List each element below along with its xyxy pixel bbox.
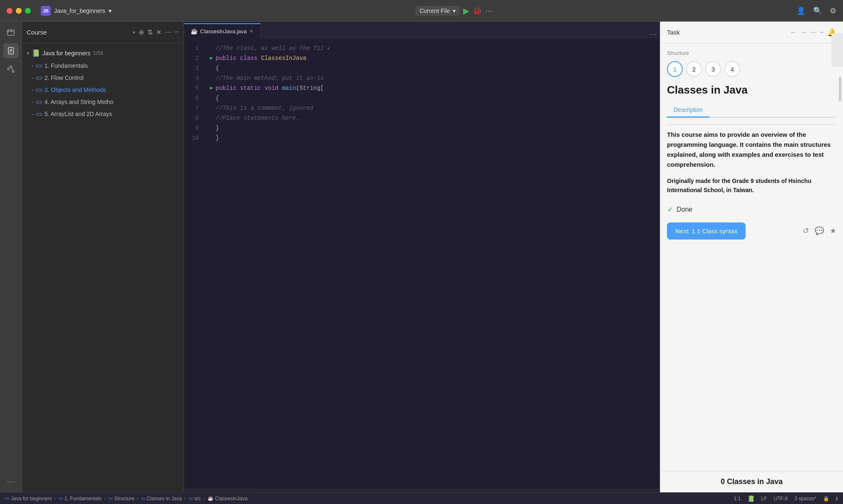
activity-files-icon[interactable] — [3, 43, 18, 58]
editor-tabs-right: ⋯ — [260, 30, 660, 38]
app-name: Java_for_beginners — [54, 7, 105, 14]
status-lock-icon[interactable]: 🔒 — [823, 496, 829, 502]
activity-graph-icon[interactable] — [3, 62, 18, 77]
svg-rect-0 — [7, 30, 14, 35]
current-file-label: Current File — [419, 7, 450, 14]
search-icon[interactable]: 🔍 — [813, 6, 822, 15]
activity-more-icon[interactable]: ⋯ — [3, 474, 18, 489]
updown-icon[interactable]: ⇅ — [147, 28, 153, 36]
task-panel-collapse-btn[interactable]: · — [831, 33, 843, 67]
comment-icon[interactable]: 💬 — [815, 226, 824, 235]
task-tab-description[interactable]: Description — [667, 103, 709, 118]
refresh-icon[interactable]: ↺ — [803, 226, 809, 235]
close-icon[interactable]: ✕ — [156, 28, 161, 36]
folder-icon: ▭ — [36, 98, 42, 106]
done-check-icon: ✓ — [667, 205, 673, 214]
code-line-9: } — [204, 123, 660, 133]
task-nav-icons: ← → ⋯ − — [790, 28, 824, 36]
run-icon[interactable]: ▶ — [463, 6, 469, 16]
editor-tab-classesjava[interactable]: ☕ ClassesInJava.java ✕ — [184, 23, 260, 38]
settings-icon[interactable]: ⚙ — [830, 6, 836, 15]
breadcrumb-folder-icon: ▭ — [108, 496, 112, 501]
sidebar-item-arraylist[interactable]: › ▭ 5. ArrayList and 2D Arrays — [22, 108, 183, 120]
more-icon[interactable]: ⋯ — [165, 28, 171, 36]
folder-icon: ▭ — [36, 74, 42, 82]
status-info-icon[interactable]: ℹ — [836, 496, 838, 502]
task-footer-actions: ↺ 💬 ★ — [803, 226, 836, 235]
task-tabs: Description — [667, 103, 836, 118]
tree-root-item[interactable]: ▾ 📗 Java for beginners 1/56 — [22, 47, 183, 59]
breadcrumb-folder-icon: ▭ — [5, 496, 9, 501]
chevron-right-icon: › — [32, 99, 33, 104]
breadcrumb-structure[interactable]: Structure — [114, 496, 134, 502]
breadcrumb-src[interactable]: src — [194, 496, 201, 502]
tree-root-label: Java for beginners — [42, 50, 90, 57]
run-button-line2[interactable]: ▶ — [207, 53, 216, 63]
folder-icon: ▭ — [36, 62, 42, 69]
editor-content: 1 2 3 4 5 6 7 8 9 10 //The class, as wel… — [184, 38, 660, 489]
activity-bar-bottom: ⋯ — [3, 474, 18, 489]
sidebar-item-fundamentals[interactable]: › ▭ 1. Fundamentals — [22, 59, 183, 72]
more-options-icon[interactable]: ⋯ — [485, 6, 493, 15]
svg-line-9 — [12, 67, 12, 71]
editor-horizontal-scrollbar[interactable] — [184, 489, 660, 492]
minimize-button[interactable] — [16, 8, 22, 14]
scroll-indicator[interactable] — [839, 77, 841, 101]
tab-close-icon[interactable]: ✕ — [249, 28, 253, 34]
status-lf[interactable]: LF — [761, 496, 767, 502]
breadcrumb-fundamentals[interactable]: 1. Fundamentals — [64, 496, 102, 502]
task-pill-3[interactable]: 3 — [705, 61, 721, 77]
title-bar: JB Java_for_beginners ▾ Current File ▾ ▶… — [0, 0, 843, 22]
breadcrumb-java-for-beginners[interactable]: Java for beginners — [11, 496, 52, 502]
task-panel-more-icon[interactable]: ⋯ — [810, 28, 817, 36]
app-label: JB Java_for_beginners ▾ — [41, 6, 112, 16]
sidebar-header-icons: ⊕ ⇅ ✕ ⋯ − — [139, 28, 179, 36]
tab-options-icon[interactable]: ⋯ — [647, 30, 660, 38]
tab-filename: ClassesInJava.java — [200, 28, 247, 35]
course-tree: ▾ 📗 Java for beginners 1/56 › ▭ 1. Funda… — [22, 43, 183, 492]
app-icon: JB — [41, 6, 51, 16]
close-button[interactable] — [7, 8, 12, 14]
task-pill-4[interactable]: 4 — [724, 61, 740, 77]
tree-root-badge: 1/56 — [93, 50, 103, 56]
task-panel-minimize-icon[interactable]: − — [820, 29, 824, 36]
profile-icon[interactable]: 👤 — [796, 6, 806, 15]
sidebar-item-label: 4. Arrays and String Metho — [45, 99, 114, 105]
activity-folder-icon[interactable] — [3, 25, 18, 40]
code-editor[interactable]: //The class, as well as the fil✓ ▶ publi… — [204, 38, 660, 489]
task-pill-1[interactable]: 1 — [667, 61, 683, 77]
structure-label: Structure — [667, 50, 836, 56]
task-bottom-row: Next: 1.1 Class syntax ↺ 💬 ★ — [667, 222, 836, 240]
add-icon[interactable]: ⊕ — [139, 28, 144, 36]
task-pill-2[interactable]: 2 — [686, 61, 702, 77]
app-dropdown-icon[interactable]: ▾ — [109, 7, 112, 14]
sidebar-item-arrays[interactable]: › ▭ 4. Arrays and String Metho — [22, 96, 183, 108]
sidebar: Course ▾ ⊕ ⇅ ✕ ⋯ − ▾ 📗 Java for beginner… — [22, 22, 184, 492]
task-nav-prev-icon[interactable]: ← — [790, 29, 797, 36]
breadcrumb-classesjava[interactable]: ClassesInJava — [215, 496, 248, 502]
debug-icon[interactable]: 🐞 — [473, 6, 482, 15]
star-icon[interactable]: ★ — [830, 226, 836, 235]
task-nav-next-icon[interactable]: → — [800, 29, 807, 36]
sidebar-item-flowcontrol[interactable]: › ▭ 2. Flow Control — [22, 72, 183, 84]
code-line-5: ▶ public static void main(String[ — [204, 83, 660, 93]
chevron-right-icon: › — [32, 63, 33, 68]
sidebar-item-objects-methods[interactable]: › ▭ 3. Objects and Methods — [22, 84, 183, 96]
done-row: ✓ Done — [667, 205, 836, 214]
task-sub-description: Originally made for the Grade 9 students… — [667, 176, 836, 195]
task-header: Task ← → ⋯ − 🔔 — [660, 22, 843, 43]
breadcrumb-classes-in-java[interactable]: Classes in Java — [147, 496, 182, 502]
code-line-4: //The main method; put it as-is — [204, 73, 660, 83]
task-nav-pills: 1 2 3 4 — [667, 61, 836, 77]
current-file-button[interactable]: Current File ▾ — [415, 6, 459, 16]
status-encoding[interactable]: UTF-8 — [774, 496, 788, 502]
minimize-icon[interactable]: − — [175, 28, 179, 36]
status-position[interactable]: 1:1 — [734, 496, 741, 502]
next-button[interactable]: Next: 1.1 Class syntax — [667, 222, 746, 240]
sidebar-item-label: 1. Fundamentals — [45, 62, 88, 69]
run-button-line5[interactable]: ▶ — [207, 83, 216, 93]
task-bottom: 0 Classes in Java — [660, 471, 843, 492]
maximize-button[interactable] — [25, 8, 31, 14]
status-spaces[interactable]: 3 spaces* — [794, 496, 816, 502]
chevron-right-icon: › — [32, 87, 33, 92]
